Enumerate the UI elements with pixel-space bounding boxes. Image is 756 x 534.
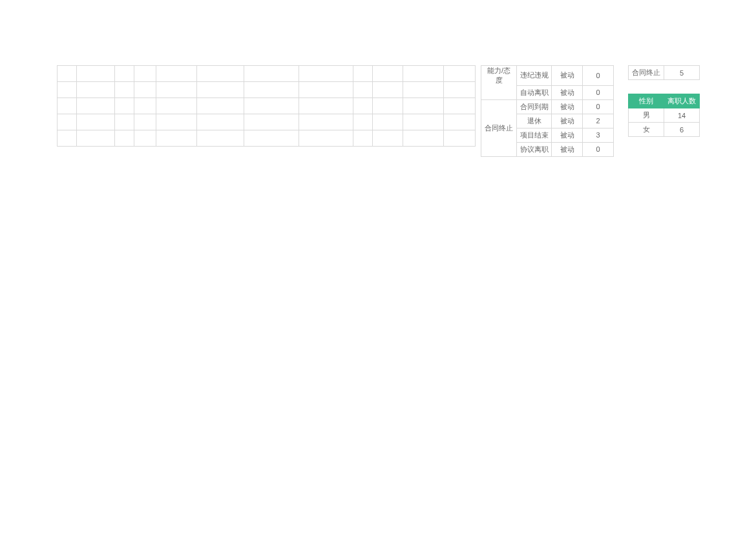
- count-cell: 0: [583, 66, 614, 86]
- empty-cell: [156, 66, 197, 82]
- mode-cell: 被动: [552, 99, 583, 114]
- empty-cell: [353, 82, 373, 98]
- empty-cell: [134, 114, 156, 130]
- empty-cell: [244, 98, 299, 114]
- empty-cell: [244, 82, 299, 98]
- count-cell: 3: [583, 128, 614, 142]
- empty-cell: [77, 130, 115, 147]
- empty-cell: [299, 98, 353, 114]
- empty-cell: [403, 98, 444, 114]
- empty-cell: [197, 130, 244, 147]
- empty-cell: [403, 114, 444, 130]
- empty-cell: [134, 98, 156, 114]
- empty-cell: [444, 82, 476, 98]
- empty-cell: [299, 130, 353, 147]
- empty-cell: [115, 114, 134, 130]
- empty-cell: [373, 98, 403, 114]
- reason-cell: 退休: [517, 114, 552, 128]
- gender-value: 6: [664, 123, 700, 137]
- reason-cell: 自动离职: [517, 85, 552, 99]
- summary-value: 5: [664, 66, 700, 80]
- count-cell: 0: [583, 142, 614, 156]
- reason-cell: 合同到期: [517, 99, 552, 114]
- empty-cell: [115, 66, 134, 82]
- empty-cell: [373, 66, 403, 82]
- empty-cell: [77, 82, 115, 98]
- summary-label: 合同终止: [629, 66, 664, 80]
- empty-grid-table: [57, 65, 476, 147]
- contract-end-summary-table: 合同终止 5: [628, 65, 700, 80]
- empty-cell: [77, 98, 115, 114]
- empty-cell: [115, 130, 134, 147]
- empty-cell: [244, 130, 299, 147]
- reason-cell: 项目结束: [517, 128, 552, 142]
- empty-cell: [353, 98, 373, 114]
- empty-cell: [444, 130, 476, 147]
- empty-cell: [373, 130, 403, 147]
- empty-cell: [244, 114, 299, 130]
- empty-cell: [444, 114, 476, 130]
- empty-cell: [353, 66, 373, 82]
- mode-cell: 被动: [552, 85, 583, 99]
- empty-cell: [156, 114, 197, 130]
- count-cell: 0: [583, 85, 614, 99]
- empty-cell: [134, 82, 156, 98]
- empty-cell: [444, 66, 476, 82]
- count-header: 离职人数: [664, 94, 700, 108]
- count-cell: 0: [583, 99, 614, 114]
- gender-value: 14: [664, 108, 700, 123]
- count-cell: 2: [583, 114, 614, 128]
- gender-header: 性别: [629, 94, 664, 108]
- reason-cell: 违纪违规: [517, 66, 552, 86]
- empty-cell: [58, 130, 77, 147]
- group-label-ability: 能力/态度: [481, 66, 517, 86]
- empty-cell: [77, 66, 115, 82]
- empty-cell: [58, 66, 77, 82]
- group-label-contract-end: 合同终止: [481, 99, 517, 156]
- empty-cell: [115, 98, 134, 114]
- empty-cell: [134, 66, 156, 82]
- empty-cell: [353, 130, 373, 147]
- empty-cell: [77, 114, 115, 130]
- empty-cell: [197, 114, 244, 130]
- mode-cell: 被动: [552, 66, 583, 86]
- mode-cell: 被动: [552, 142, 583, 156]
- empty-cell: [58, 114, 77, 130]
- gender-label: 男: [629, 108, 664, 123]
- mode-cell: 被动: [552, 128, 583, 142]
- empty-cell: [373, 82, 403, 98]
- empty-cell: [299, 114, 353, 130]
- gender-departure-table: 性别 离职人数 男 14 女 6: [628, 94, 700, 137]
- empty-cell: [156, 98, 197, 114]
- empty-cell: [197, 66, 244, 82]
- empty-cell: [134, 130, 156, 147]
- empty-cell: [58, 82, 77, 98]
- reason-cell: 协议离职: [517, 142, 552, 156]
- empty-cell: [444, 98, 476, 114]
- empty-cell: [353, 114, 373, 130]
- empty-cell: [403, 66, 444, 82]
- mode-cell: 被动: [552, 114, 583, 128]
- empty-cell: [403, 130, 444, 147]
- empty-cell: [156, 130, 197, 147]
- empty-cell: [299, 66, 353, 82]
- empty-cell: [58, 98, 77, 114]
- empty-cell: [244, 66, 299, 82]
- empty-cell: [197, 82, 244, 98]
- termination-reasons-table: 能力/态度 违纪违规 被动 0 自动离职 被动 0 合同终止 合同到期 被动 0…: [481, 65, 614, 157]
- empty-cell: [373, 114, 403, 130]
- empty-cell: [197, 98, 244, 114]
- empty-cell: [403, 82, 444, 98]
- gender-label: 女: [629, 123, 664, 137]
- empty-cell: [115, 82, 134, 98]
- empty-cell: [156, 82, 197, 98]
- group-label-spacer: [481, 85, 517, 99]
- empty-cell: [299, 82, 353, 98]
